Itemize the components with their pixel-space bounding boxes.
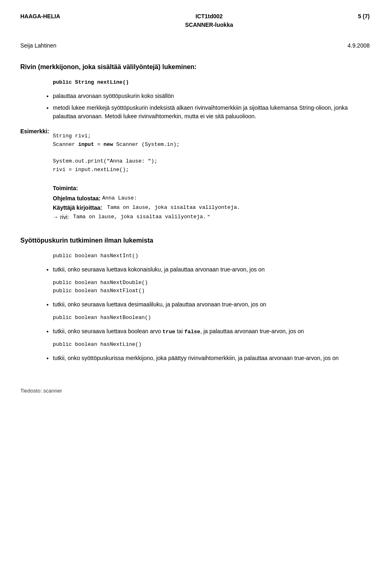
kayttaja-label: Käyttäjä kirjoittaa: (53, 204, 102, 212)
bullet3-post: , ja palauttaa arvonaan true-arvon, jos … (200, 328, 304, 334)
course-code: ICT1td002 (185, 12, 233, 21)
method2b-text: public boolean hasNextFloat() (53, 288, 145, 294)
section2-title: Syöttöpuskurin tutkiminen ilman lukemist… (20, 236, 370, 245)
esimerkki-row: Esimerkki: String rivi; Scanner input = … (20, 127, 370, 179)
kayttaja-value: Tama on lause, joka sisaltaa valilyontej… (107, 204, 240, 212)
kayttaja-row: Käyttäjä kirjoittaa: Tama on lause, joka… (53, 204, 370, 212)
course-subtitle: SCANNER-luokka (185, 21, 233, 29)
bullet2-text: tutkii, onko seuraava luettava desimaali… (53, 301, 266, 308)
section2-bullet1-list: tutkii, onko seuraava luettava kokonaisl… (53, 265, 370, 274)
method1-code: public boolean hasNextInt() (53, 252, 370, 260)
footer: Tiedosto: scanner (20, 387, 370, 395)
method4-text: public boolean hasNextLine() (53, 341, 141, 347)
rivi-value: Tama on lause, joka sisaltaa valilyontej… (73, 213, 206, 221)
method2a-text: public boolean hasNextDouble() (53, 280, 148, 286)
section1-title: Rivin (merkkijonon, joka sisältää välily… (20, 62, 370, 72)
bullet-item-2: metodi lukee merkkejä syöttöpuskurin ind… (53, 104, 370, 121)
bullet3-code1: true (162, 329, 175, 335)
method-code: public String nextLine() (53, 79, 129, 85)
method3-text: public boolean hasNextBoolean() (53, 315, 151, 321)
method-signature: public String nextLine() (53, 78, 370, 87)
code-block: String rivi; Scanner input = new Scanner… (53, 132, 180, 174)
section1-bullets: palauttaa arvonaan syöttöpuskurin koko s… (53, 92, 370, 121)
section2-bullet4: tutkii, onko syöttöpuskurissa merkkijono… (53, 354, 370, 362)
ohjelma-label: Ohjelma tulostaa: (53, 194, 100, 203)
rivi-quote: " (208, 213, 210, 221)
code-line-3: System.out.print("Anna lause: "); (53, 158, 157, 164)
bullet-item-1: palauttaa arvonaan syöttöpuskurin koko s… (53, 92, 370, 100)
organization: HAAGA-HELIA (20, 12, 60, 21)
method2a-code: public boolean hasNextDouble() public bo… (53, 279, 370, 296)
method1-text: public boolean hasNextInt() (53, 253, 139, 259)
bullet3-pre: tutkii, onko seuraava luettava boolean a… (53, 328, 162, 334)
bullet1-text: tutkii, onko seuraava luettava kokonaisl… (53, 266, 264, 273)
toiminta-block: Toiminta: Ohjelma tulostaa: Anna Lause: … (53, 184, 370, 221)
footer-text: Tiedosto: scanner (20, 388, 62, 394)
section2-bullet3: tutkii, onko seuraava luettava boolean a… (53, 327, 370, 336)
page-header: HAAGA-HELIA ICT1td002 SCANNER-luokka 5 (… (20, 12, 370, 29)
page-number: 5 (7) (358, 12, 370, 21)
ohjelma-value: Anna Lause: (102, 194, 137, 203)
section2-bullet3-list: tutkii, onko seuraava luettava boolean a… (53, 327, 370, 336)
method4-code: public boolean hasNextLine() (53, 341, 370, 349)
esimerkki-label: Esimerkki: (20, 127, 53, 179)
section2-bullet1: tutkii, onko seuraava luettava kokonaisl… (53, 265, 370, 274)
author: Seija Lahtinen (20, 41, 56, 50)
code-line-4: rivi = input.nextLine(); (53, 167, 129, 173)
section2-bullet2-list: tutkii, onko seuraava luettava desimaali… (53, 300, 370, 309)
esimerkki-code: String rivi; Scanner input = new Scanner… (53, 127, 180, 179)
ohjelma-row: Ohjelma tulostaa: Anna Lause: (53, 194, 370, 203)
section2-bullet4-list: tutkii, onko syöttöpuskurissa merkkijono… (53, 354, 370, 362)
method3-code: public boolean hasNextBoolean() (53, 314, 370, 322)
code-line-2: Scanner input = new Scanner (System.in); (53, 141, 180, 148)
toiminta-label: Toiminta: (53, 184, 370, 193)
section2-bullet2: tutkii, onko seuraava luettava desimaali… (53, 300, 370, 309)
date: 4.9.2008 (348, 41, 370, 50)
author-date-row: Seija Lahtinen 4.9.2008 (20, 41, 370, 50)
code-line-1: String rivi; (53, 133, 91, 139)
bullet3-code2: false (184, 329, 200, 335)
bullet3-mid: tai (175, 328, 184, 334)
rivi-label: → rivi: (53, 213, 69, 221)
rivi-row: → rivi: Tama on lause, joka sisaltaa val… (53, 213, 370, 221)
course-info: ICT1td002 SCANNER-luokka (185, 12, 233, 29)
